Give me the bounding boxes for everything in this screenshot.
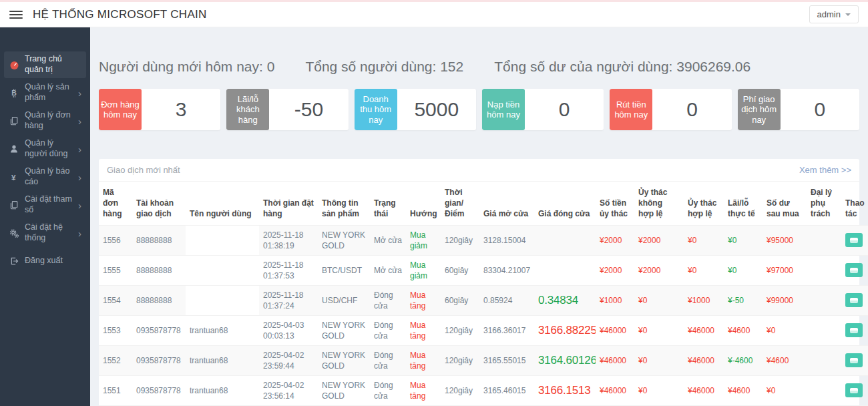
stat-card: Rút tiền hôm nay 0 <box>610 89 731 130</box>
cell-order-time: 2025-11-1801:37:53 <box>259 255 318 285</box>
chevron-right-icon: › <box>78 116 81 126</box>
table-header-row: Mã đơn hàngTài khoản giao dịchTên người … <box>99 182 868 225</box>
cell-invalid-entrust: ¥2000 <box>634 255 684 285</box>
cell-invalid-entrust: ¥0 <box>634 285 684 315</box>
summary-stats: Người dùng mới hôm nay: 0Tổng số người d… <box>99 57 859 77</box>
cell-action <box>841 375 868 405</box>
cell-open-price: 0.85924 <box>479 285 534 315</box>
sidebar-item-params[interactable]: Cài đặt tham số › <box>4 192 86 218</box>
column-header: Hướng <box>406 182 441 225</box>
menu-toggle-icon[interactable] <box>9 11 23 19</box>
stat-card-label: Đơn hàng hôm nay <box>99 89 142 130</box>
column-header: Số tiền ủy thác <box>596 182 634 225</box>
cell-direction: Mua tăng <box>406 375 441 405</box>
cell-product: NEW YORK GOLD <box>318 315 370 345</box>
bitcoin-icon: B <box>9 87 19 98</box>
detail-button[interactable] <box>845 383 863 397</box>
cell-entrust-amount: ¥1000 <box>596 285 634 315</box>
detail-icon <box>850 328 858 333</box>
cell-product: NEW YORK GOLD <box>318 375 370 405</box>
sidebar-item-logout[interactable]: Đăng xuất <box>4 248 86 274</box>
sidebar: Trang chủ quản trị B Quản lý sản phẩm › … <box>0 27 90 406</box>
cell-close-price <box>534 255 596 285</box>
cell-agent <box>807 345 841 375</box>
detail-icon <box>850 358 858 363</box>
cell-action <box>841 345 868 375</box>
cell-order-time: 2025-04-0223:56:14 <box>259 375 318 405</box>
cell-actual-pnl: ¥0 <box>724 255 763 285</box>
cell-order-time: 2025-04-0300:03:13 <box>259 315 318 345</box>
stat-card-value: 0 <box>652 89 731 130</box>
stat-card: Doanh thu hôm nay 5000 <box>355 89 476 130</box>
column-header: Tài khoản giao dịch <box>132 182 186 225</box>
cell-valid-entrust: ¥0 <box>684 255 724 285</box>
table-row: 1554888888882025-11-1801:37:24USD/CHFĐón… <box>99 285 868 315</box>
chevron-right-icon: › <box>78 200 81 210</box>
table-row: 15520935878778trantuan682025-04-0223:59:… <box>99 345 868 375</box>
table-row: 1555888888882025-11-1801:37:53BTC/USDTMở… <box>99 255 868 285</box>
cell-close-price: 3166.88225 <box>534 315 596 345</box>
cell-action <box>841 285 868 315</box>
cell-status: Mở cửa <box>370 225 406 255</box>
cell-balance-after-buy: ¥99000 <box>763 285 807 315</box>
cell-actual-pnl: ¥4600 <box>724 375 763 405</box>
detail-button[interactable] <box>845 353 863 367</box>
username-empty-box <box>186 256 259 285</box>
cell-direction: Mua giảm <box>406 225 441 255</box>
sidebar-item-reports[interactable]: ¥ Quản lý báo cáo › <box>4 164 86 190</box>
summary-stat: Tổng số dư của người dùng: 3906269.06 <box>494 57 750 77</box>
view-more-link[interactable]: Xem thêm >> <box>799 165 851 175</box>
table-row: 15510935878778trantuan682025-04-0223:56:… <box>99 375 868 405</box>
cell-entrust-amount: ¥2000 <box>596 255 634 285</box>
cell-status: Mở cửa <box>370 255 406 285</box>
cell-balance-after-buy: ¥0 <box>763 375 807 405</box>
cell-direction: Mua giảm <box>406 255 441 285</box>
column-header: Thời gian đặt hàng <box>259 182 318 225</box>
summary-stat: Tổng số người dùng: 152 <box>305 57 463 77</box>
sidebar-item-users[interactable]: Quản lý người dùng › <box>4 136 86 162</box>
sidebar-item-products[interactable]: B Quản lý sản phẩm › <box>4 79 86 106</box>
cell-product: BTC/USDT <box>318 255 370 285</box>
cell-balance-after-buy: ¥97000 <box>763 255 807 285</box>
cell-duration: 120giây <box>441 375 479 405</box>
chevron-right-icon: › <box>78 144 81 154</box>
column-header: Đại lý phụ trách <box>807 182 841 225</box>
cell-duration: 120giây <box>441 345 479 375</box>
topbar: HỆ THỐNG MICROSOFT CHAIN admin <box>0 2 868 27</box>
cell-account: 88888888 <box>132 255 186 285</box>
sidebar-item-system[interactable]: Cài đặt hệ thống › <box>4 220 86 246</box>
column-header: Lãi/lỗ thực tế <box>724 182 763 225</box>
sidebar-item-orders[interactable]: Quản lý đơn hàng › <box>4 108 86 134</box>
cell-agent <box>807 285 841 315</box>
stat-card-value: 3 <box>142 89 220 130</box>
logout-icon <box>9 256 19 266</box>
cell-open-price: 3166.36017 <box>479 315 534 345</box>
svg-text:B: B <box>11 89 17 97</box>
detail-button[interactable] <box>845 293 863 307</box>
svg-text:¥: ¥ <box>11 172 16 182</box>
detail-button[interactable] <box>845 323 863 337</box>
cell-actual-pnl: ¥0 <box>724 225 763 255</box>
cell-order-id: 1551 <box>99 375 132 405</box>
stat-cards: Đơn hàng hôm nay 3 Lãi/lỗ khách hàng -50… <box>99 89 859 130</box>
orders-icon <box>9 116 19 126</box>
cell-duration: 120giây <box>441 315 479 345</box>
sidebar-item-dashboard[interactable]: Trang chủ quản trị <box>4 51 86 78</box>
cell-close-price: 0.34834 <box>534 285 596 315</box>
cell-open-price: 3165.46015 <box>479 375 534 405</box>
chevron-right-icon: › <box>78 172 81 182</box>
cell-agent <box>807 255 841 285</box>
cell-entrust-amount: ¥46000 <box>596 345 634 375</box>
params-icon <box>9 200 19 210</box>
latest-transactions-panel: Giao dịch mới nhất Xem thêm >> Mã đơn hà… <box>99 159 859 406</box>
cell-status: Đóng cửa <box>370 345 406 375</box>
column-header: Giá đóng cửa <box>534 182 596 225</box>
column-header: Ủy thác không hợp lệ <box>634 182 684 225</box>
detail-button[interactable] <box>845 263 863 277</box>
cell-entrust-amount: ¥2000 <box>596 225 634 255</box>
cell-order-time: 2025-11-1801:38:19 <box>259 225 318 255</box>
detail-button[interactable] <box>845 233 863 247</box>
column-header: Tên người dùng <box>186 182 259 225</box>
user-menu[interactable]: admin <box>809 5 859 23</box>
gears-icon <box>9 228 19 238</box>
